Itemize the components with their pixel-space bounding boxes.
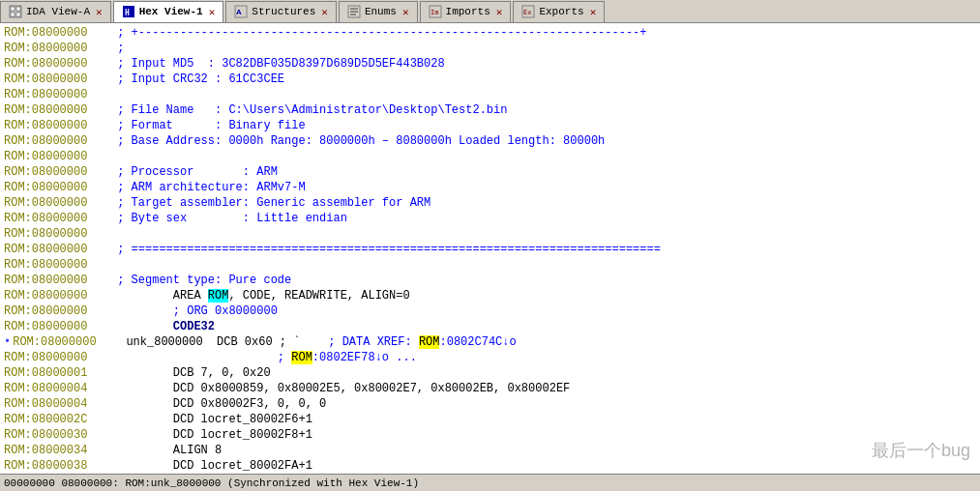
tab-ida-close[interactable]: ✕ [96, 6, 103, 18]
tab-enums-close[interactable]: ✕ [402, 6, 409, 18]
imports-icon: Im [429, 5, 442, 18]
code-line: ROM:08000034 ALIGN 8 [0, 443, 980, 458]
code-line: ROM:08000000 AREA ROM, CODE, READWRITE, … [0, 288, 980, 303]
code-line: ROM:08000000 ; File Name : C:\Users\Admi… [0, 102, 980, 118]
svg-rect-4 [16, 13, 20, 16]
tab-hex-label: Hex View-1 [139, 6, 203, 17]
code-line: ROM:08000000 ; Segment type: Pure code [0, 273, 980, 288]
code-view[interactable]: ROM:08000000 ; +------------------------… [0, 23, 980, 474]
code-line: ROM:08000000 ; =========================… [0, 242, 980, 257]
code-line: ROM:08000000 ; ARM architecture: ARMv7-M [0, 180, 980, 195]
code-line: ROM:08000001 DCB 7, 0, 0x20 [0, 365, 980, 381]
code-line: ROM:08000000 ; Processor : ARM [0, 164, 980, 180]
tab-imports-label: Imports [446, 6, 490, 17]
code-line: ROM:08000000 ; Format : Binary file [0, 118, 980, 133]
code-line: ROM:08000004 DCD 0x8000859, 0x80002E5, 0… [0, 381, 980, 396]
tab-enums[interactable]: Enums ✕ [339, 1, 418, 22]
code-line: ROM:08000000 ; Base Address: 0000h Range… [0, 133, 980, 149]
tab-exports[interactable]: Ex Exports ✕ [513, 1, 605, 22]
status-bar: 00000000 08000000: ROM:unk_8000000 (Sync… [0, 474, 980, 491]
hex-view-icon: H [122, 5, 135, 18]
code-line: ROM:08000000 ; ORG 0x8000000 [0, 303, 980, 319]
status-text: 00000000 08000000: ROM:unk_8000000 (Sync… [4, 477, 419, 489]
tab-structures-label: Structures [252, 6, 315, 17]
dot-marker: • [4, 334, 11, 350]
code-line: ROM:08000004 DCD 0x80002F3, 0, 0, 0 [0, 396, 980, 412]
svg-rect-3 [11, 13, 15, 16]
tab-exports-label: Exports [539, 6, 583, 17]
exports-icon: Ex [521, 5, 535, 18]
tab-ida-label: IDA View-A [26, 6, 90, 17]
svg-text:Ex: Ex [523, 9, 531, 16]
tab-exports-close[interactable]: ✕ [590, 6, 597, 18]
code-line: ROM:08000000 ; Input MD5 : 3C82DBF035D83… [0, 56, 980, 72]
code-line: ROM:08000000 ; ROM:0802EF78↓o ... [0, 350, 980, 365]
code-line: ROM:0800002C DCD locret_80002F6+1 [0, 412, 980, 427]
svg-text:Im: Im [431, 9, 438, 16]
enums-icon [347, 5, 361, 18]
code-line: ROM:08000000 [0, 87, 980, 102]
code-line: ROM:08000000 [0, 226, 980, 242]
tab-hex-view-1[interactable]: H Hex View-1 ✕ [113, 1, 224, 22]
tab-bar: IDA View-A ✕ H Hex View-1 ✕ A Structur [0, 0, 980, 23]
svg-rect-1 [11, 7, 15, 11]
tab-imports[interactable]: Im Imports ✕ [420, 1, 512, 22]
tab-structures[interactable]: A Structures ✕ [225, 1, 337, 22]
svg-text:H: H [125, 9, 130, 17]
code-line: ROM:08000000 CODE32 [0, 319, 980, 334]
tab-enums-label: Enums [365, 6, 397, 17]
tab-imports-close[interactable]: ✕ [496, 6, 503, 18]
code-line: ROM:08000000 ; +------------------------… [0, 25, 980, 41]
code-line-unk: • ROM:08000000 unk_8000000 DCB 0x60 ; ` … [0, 334, 980, 350]
code-line: ROM:08000000 ; Input CRC32 : 61CC3CEE [0, 72, 980, 87]
tab-ida-view-a[interactable]: IDA View-A ✕ [0, 1, 111, 22]
structures-icon: A [234, 5, 248, 18]
code-line: ROM:08000038 DCD locret_80002FA+1 [0, 458, 980, 474]
code-line: ROM:08000000 ; Byte sex : Little endian [0, 211, 980, 226]
code-line: ROM:08000000 ; [0, 41, 980, 56]
ida-view-icon [9, 5, 22, 18]
code-line: ROM:08000000 [0, 257, 980, 273]
code-line: ROM:08000030 DCD locret_80002F8+1 [0, 427, 980, 443]
code-line: ROM:08000000 ; Target assembler: Generic… [0, 195, 980, 211]
svg-text:A: A [236, 8, 242, 16]
tab-structures-close[interactable]: ✕ [321, 6, 328, 18]
tab-hex-close[interactable]: ✕ [209, 6, 216, 18]
code-line: ROM:08000000 [0, 149, 980, 164]
svg-rect-2 [16, 7, 20, 11]
